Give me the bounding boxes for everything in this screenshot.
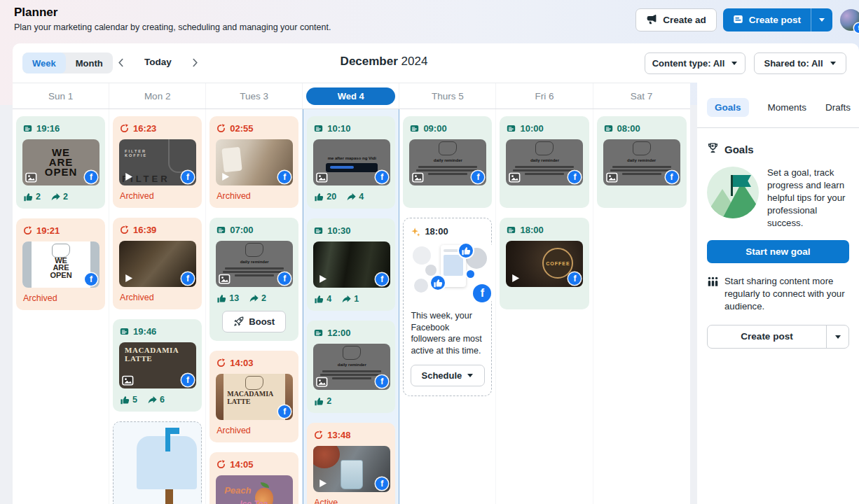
goals-heading: Goals [707,142,849,156]
chevron-down-icon [731,58,738,69]
next-week-button[interactable] [192,58,198,67]
create-post-caret-button[interactable] [811,8,832,31]
today-button[interactable]: Today [144,57,172,67]
day-header[interactable]: Tues 3 [206,83,303,108]
post-time: 18:00 [411,226,484,237]
post-card[interactable]: 10:00daily reminderf [500,116,589,208]
post-card[interactable]: 09:00daily reminderf [403,116,492,208]
like-icon [315,295,324,304]
post-time: 16:39 [120,225,195,235]
sidebar-create-post-button[interactable]: Create post [708,326,826,348]
facebook-badge-icon: f [376,375,388,388]
facebook-badge-icon: f [472,171,484,183]
history-icon [217,460,226,469]
day-header[interactable]: Mon 2 [109,83,206,108]
content-type-filter[interactable]: Content type: All [645,52,745,74]
facebook-badge-icon: f [85,273,97,286]
post-card[interactable]: 13:48fActive [307,423,395,504]
suggestion-text: This week, your Facebook followers are m… [411,310,484,357]
goals-promo-text: Set a goal, track progress and learn hel… [767,167,849,230]
tab-drafts[interactable]: Drafts [825,98,851,117]
content-type-label: Content type: All [652,58,725,69]
photo-icon [316,172,328,183]
shared-to-filter[interactable]: Shared to: All [754,52,846,74]
create-post-button[interactable]: Create post [723,8,811,31]
sidebar-create-post-caret[interactable] [826,326,848,348]
facebook-badge-icon: f [854,23,859,33]
post-card[interactable]: 12:00daily reminderf2 [307,321,395,413]
boost-button[interactable]: Boost [222,311,286,332]
day-column: 10:10me after mapaso ng Vidif20410:30f41… [303,109,399,504]
day-header[interactable]: Sat 7 [593,83,690,108]
share-icon [249,294,259,303]
day-column: 19:16WEAREOPENf2219:21WEAREOPENfArchived [13,109,109,504]
post-card[interactable]: 02:55fArchived [209,116,298,208]
suggestion-card[interactable]: 18:00fThis week, your Facebook followers… [403,218,492,396]
post-thumbnail: daily reminderf [506,139,583,186]
post-card[interactable]: 07:00daily reminderf132Boost [209,218,298,341]
post-card[interactable]: 19:16WEAREOPENf22 [16,116,105,209]
day-column: 08:00daily reminderf [593,109,690,504]
post-card[interactable]: 14:03MACADAMIALATTEfArchived [209,351,298,442]
day-header[interactable]: Fri 6 [496,83,593,108]
like-icon [315,192,324,202]
share-count: 2 [51,192,68,202]
prev-week-button[interactable] [118,58,124,67]
post-thumbnail: daily reminderf [409,139,486,186]
profile-avatar[interactable]: f [840,9,859,31]
status-badge: Archived [217,191,291,201]
post-time: 07:00 [217,225,291,235]
create-post-label: Create post [749,15,801,25]
post-icon [410,124,419,133]
chevron-down-icon [818,15,825,25]
schedule-button[interactable]: Schedule [411,365,486,386]
post-thumbnail: PeachIce Tea [216,475,293,504]
post-thumbnail: f [313,446,390,492]
post-card[interactable]: 18:00COFFEEf [500,218,589,309]
post-card[interactable]: 14:05PeachIce Tea [209,452,298,504]
post-thumbnail: WEAREOPENf [22,139,99,186]
post-thumbnail: f [216,139,293,186]
day-header[interactable]: Thurs 5 [399,83,496,108]
post-icon [507,124,516,133]
goals-promo: Set a goal, track progress and learn hel… [707,167,849,230]
share-count: 4 [347,192,364,202]
month-name: December [341,55,398,68]
photo-icon [509,172,521,183]
post-card[interactable]: 10:10me after mapaso ng Vidif204 [307,116,395,209]
post-time: 12:00 [314,328,388,338]
like-count: 4 [315,294,331,304]
post-card[interactable]: 19:46MACADAMIALATTEf56 [113,319,202,412]
month-toggle[interactable]: Month [66,52,113,74]
post-time: 10:30 [314,225,388,236]
start-new-goal-button[interactable]: Start new goal [707,240,849,263]
week-toggle[interactable]: Week [22,52,66,74]
post-thumbnail: COFFEEf [506,241,583,287]
tab-moments[interactable]: Moments [768,98,807,117]
suggestion-card[interactable] [113,421,202,504]
facebook-badge-icon: f [376,477,388,490]
post-card[interactable]: 16:39fArchived [113,218,202,309]
facebook-badge-icon: f [376,171,388,183]
post-time: 14:05 [217,459,291,470]
photo-icon [606,172,618,183]
share-count: 6 [148,395,165,405]
tab-goals[interactable]: Goals [707,98,749,117]
post-card[interactable]: 08:00daily reminderf [597,116,687,208]
day-column: 09:00daily reminderf18:00fThis week, you… [399,109,496,504]
audience-icon [707,275,719,289]
post-card[interactable]: 19:21WEAREOPENfArchived [16,218,105,310]
year-number: 2024 [401,55,428,68]
post-thumbnail: daily reminderf [216,241,293,287]
post-thumbnail: daily reminderf [603,139,680,186]
day-header[interactable]: Sun 1 [13,83,109,108]
post-metrics: 56 [121,395,194,405]
post-card[interactable]: 16:23FILTER KOFFIEFILTERfArchived [113,116,202,208]
post-card[interactable]: 10:30f41 [307,218,395,311]
day-header[interactable]: Wed 4 [303,83,399,108]
play-icon [510,273,521,284]
play-icon [123,273,134,284]
create-ad-button[interactable]: Create ad [635,8,717,31]
post-metrics: 41 [315,294,387,304]
post-metrics: 22 [24,192,97,202]
